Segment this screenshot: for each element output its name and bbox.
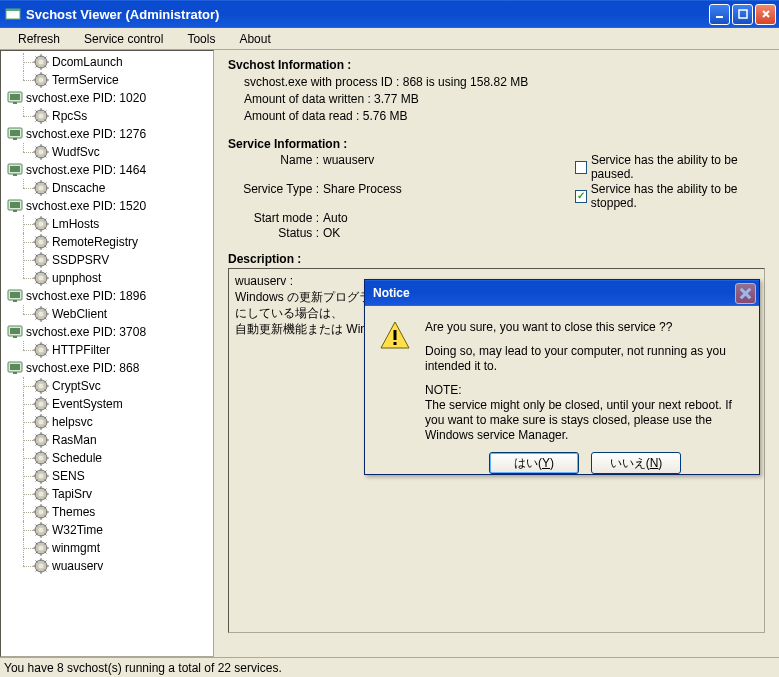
tree-connector [15,269,33,287]
gear-icon [33,144,49,160]
svg-rect-245 [394,330,397,340]
tree-connector [15,179,33,197]
tree-node-label: svchost.exe PID: 1520 [26,199,146,213]
tree-connector [15,251,33,269]
service-info-title: Service Information : [228,137,765,151]
tree-connector [15,431,33,449]
tree-service-node[interactable]: SSDPSRV [3,251,211,269]
tree-node-label: WudfSvc [52,145,100,159]
tree-service-node[interactable]: WudfSvc [3,143,211,161]
tree-service-node[interactable]: Schedule [3,449,211,467]
gear-icon [33,216,49,232]
tree-service-node[interactable]: LmHosts [3,215,211,233]
tree-service-node[interactable]: Themes [3,503,211,521]
svg-rect-2 [716,16,723,18]
svg-point-166 [39,438,44,443]
tree-service-node[interactable]: wuauserv [3,557,211,575]
dialog-close-button[interactable] [735,283,756,304]
gear-icon [33,252,49,268]
tree-service-node[interactable]: EventSystem [3,395,211,413]
tree-service-node[interactable]: RasMan [3,431,211,449]
svg-point-236 [39,564,44,569]
host-icon [7,198,23,214]
value-start: Auto [323,211,575,225]
dialog-text: Are you sure, you want to close this ser… [425,320,745,474]
maximize-button[interactable] [732,4,753,25]
tree-service-node[interactable]: CryptSvc [3,377,211,395]
tree-view[interactable]: DcomLaunchTermServicesvchost.exe PID: 10… [0,50,214,657]
tree-connector [15,341,33,359]
tree-service-node[interactable]: HTTPFilter [3,341,211,359]
tree-connector [15,449,33,467]
tree-node-label: upnphost [52,271,101,285]
tree-host-node[interactable]: svchost.exe PID: 1520 [3,197,211,215]
dialog-yes-button[interactable]: はい(Y) [489,452,579,474]
tree-connector [15,107,33,125]
checkbox-stop[interactable]: Service has the ability to be stopped. [575,182,765,210]
svg-rect-246 [394,342,397,345]
tree-service-node[interactable]: Dnscache [3,179,211,197]
tree-service-node[interactable]: TapiSrv [3,485,211,503]
tree-host-node[interactable]: svchost.exe PID: 1020 [3,89,211,107]
minimize-button[interactable] [709,4,730,25]
value-status: OK [323,226,575,240]
tree-node-label: svchost.exe PID: 1896 [26,289,146,303]
tree-node-label: SSDPSRV [52,253,109,267]
tree-node-label: W32Time [52,523,103,537]
menu-about[interactable]: About [231,29,278,49]
tree-host-node[interactable]: svchost.exe PID: 3708 [3,323,211,341]
gear-icon [33,522,49,538]
tree-connector [15,557,33,575]
close-button[interactable] [755,4,776,25]
svg-rect-52 [13,174,17,176]
tree-node-label: Dnscache [52,181,105,195]
tree-node-label: SENS [52,469,85,483]
svg-point-67 [39,222,44,227]
checkbox-pause[interactable]: Service has the ability to be paused. [575,153,765,181]
tree-service-node[interactable]: upnphost [3,269,211,287]
tree-service-node[interactable]: W32Time [3,521,211,539]
gear-icon [33,486,49,502]
svg-rect-121 [13,336,17,338]
gear-icon [33,54,49,70]
dialog-titlebar: Notice [365,280,759,306]
svg-point-97 [39,276,44,281]
tree-service-node[interactable]: DcomLaunch [3,53,211,71]
svg-point-28 [39,114,44,119]
label-name: Name : [228,153,323,181]
svg-point-216 [39,528,44,533]
dialog-title: Notice [373,286,410,300]
tree-service-node[interactable]: RpcSs [3,107,211,125]
tree-host-node[interactable]: svchost.exe PID: 1464 [3,161,211,179]
gear-icon [33,396,49,412]
menu-tools[interactable]: Tools [179,29,223,49]
tree-node-label: CryptSvc [52,379,101,393]
dialog-no-button[interactable]: いいえ(N) [591,452,681,474]
tree-host-node[interactable]: svchost.exe PID: 1896 [3,287,211,305]
titlebar: Svchost Viewer (Administrator) [0,0,779,28]
tree-node-label: Themes [52,505,95,519]
tree-connector [15,71,33,89]
svg-point-87 [39,258,44,263]
tree-node-label: svchost.exe PID: 868 [26,361,139,375]
svg-point-156 [39,420,44,425]
tree-host-node[interactable]: svchost.exe PID: 1276 [3,125,211,143]
tree-service-node[interactable]: SENS [3,467,211,485]
tree-service-node[interactable]: helpsvc [3,413,211,431]
svg-point-226 [39,546,44,551]
tree-service-node[interactable]: WebClient [3,305,211,323]
tree-connector [15,215,33,233]
tree-service-node[interactable]: TermService [3,71,211,89]
tree-connector [15,503,33,521]
svg-rect-108 [13,300,17,302]
tree-service-node[interactable]: RemoteRegistry [3,233,211,251]
tree-host-node[interactable]: svchost.exe PID: 868 [3,359,211,377]
menu-refresh[interactable]: Refresh [10,29,68,49]
svg-point-77 [39,240,44,245]
dialog-p3: NOTE:The service might only be closed, u… [425,383,745,443]
gear-icon [33,432,49,448]
tree-service-node[interactable]: winmgmt [3,539,211,557]
menubar: Refresh Service control Tools About [0,28,779,50]
tree-node-label: svchost.exe PID: 1276 [26,127,146,141]
menu-service-control[interactable]: Service control [76,29,171,49]
